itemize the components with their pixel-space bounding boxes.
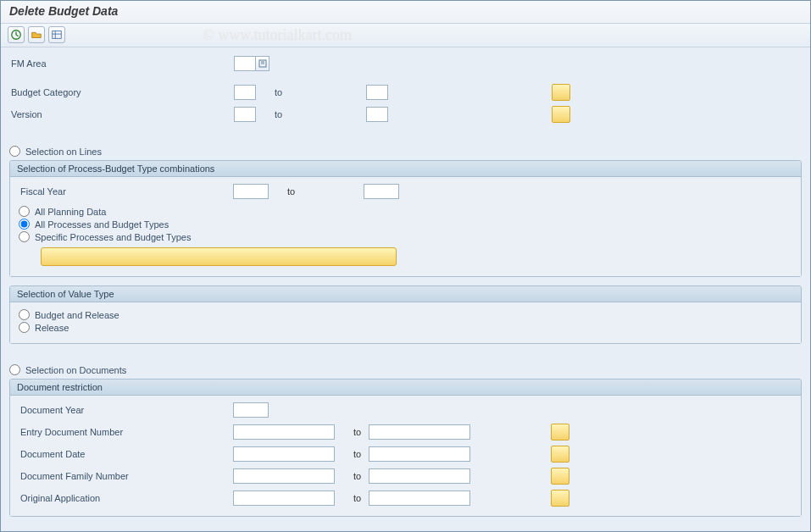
entry-docnum-multiselect-button[interactable] xyxy=(551,424,569,441)
specific-processes-label: Specific Processes and Budget Types xyxy=(35,232,191,242)
to-label: to xyxy=(335,427,369,437)
svg-rect-1 xyxy=(53,31,62,39)
get-variant-button[interactable] xyxy=(28,26,45,43)
all-planning-data-radio-input[interactable] xyxy=(19,206,30,217)
original-application-multiselect-button[interactable] xyxy=(551,490,569,507)
budget-category-to-input[interactable] xyxy=(366,85,388,100)
original-application-label: Original Application xyxy=(19,493,233,503)
save-variant-button[interactable] xyxy=(48,26,65,43)
entry-docnum-to-input[interactable] xyxy=(369,424,470,440)
release-label: Release xyxy=(35,323,69,333)
process-budget-type-group: Selection of Process-Budget Type combina… xyxy=(9,160,802,277)
budget-category-label: Budget Category xyxy=(9,87,234,97)
page-title: Delete Budget Data xyxy=(1,1,810,24)
entry-docnum-label: Entry Document Number xyxy=(19,427,233,437)
selection-on-documents-radio-input[interactable] xyxy=(9,364,20,375)
release-radio-input[interactable] xyxy=(19,322,30,333)
all-processes-label: All Processes and Budget Types xyxy=(35,219,169,230)
version-to-input[interactable] xyxy=(366,107,388,122)
original-application-from-input[interactable] xyxy=(233,490,335,506)
to-label: to xyxy=(256,109,366,119)
table-icon xyxy=(51,29,63,41)
fm-area-f4-button[interactable] xyxy=(256,56,269,71)
specific-processes-button[interactable] xyxy=(41,247,397,266)
fm-area-input[interactable] xyxy=(234,56,256,71)
document-family-from-input[interactable] xyxy=(233,468,335,484)
document-date-to-input[interactable] xyxy=(369,446,470,462)
budget-and-release-radio[interactable]: Budget and Release xyxy=(19,309,792,320)
to-label: to xyxy=(335,449,369,459)
to-label: to xyxy=(256,87,366,97)
folder-open-icon xyxy=(31,29,42,41)
document-year-input[interactable] xyxy=(233,402,269,418)
selection-on-lines-radio-input[interactable] xyxy=(9,146,20,157)
selection-on-documents-radio[interactable]: Selection on Documents xyxy=(9,364,802,375)
selection-on-documents-label: Selection on Documents xyxy=(25,365,126,375)
selection-on-lines-label: Selection on Lines xyxy=(25,147,102,157)
fiscal-year-label: Fiscal Year xyxy=(19,186,233,197)
content-area: FM Area Budget Category to Version to Se… xyxy=(1,47,810,532)
document-year-label: Document Year xyxy=(19,405,233,415)
process-budget-type-group-title: Selection of Process-Budget Type combina… xyxy=(10,161,801,177)
budget-and-release-radio-input[interactable] xyxy=(19,309,30,320)
document-family-multiselect-button[interactable] xyxy=(551,468,569,485)
document-family-to-input[interactable] xyxy=(369,468,470,484)
fiscal-year-from-input[interactable] xyxy=(233,184,269,199)
all-planning-data-radio[interactable]: All Planning Data xyxy=(19,206,792,217)
release-radio[interactable]: Release xyxy=(19,322,792,333)
all-processes-radio-input[interactable] xyxy=(19,219,30,230)
fiscal-year-to-input[interactable] xyxy=(364,184,399,199)
specific-processes-radio[interactable]: Specific Processes and Budget Types xyxy=(19,231,792,242)
original-application-to-input[interactable] xyxy=(369,490,470,506)
clock-execute-icon xyxy=(10,29,22,41)
value-type-group-title: Selection of Value Type xyxy=(10,286,801,302)
specific-processes-radio-input[interactable] xyxy=(19,231,30,242)
f4-help-icon xyxy=(258,59,267,68)
selection-on-lines-radio[interactable]: Selection on Lines xyxy=(9,146,802,157)
document-date-from-input[interactable] xyxy=(233,446,335,462)
version-multiselect-button[interactable] xyxy=(552,106,570,123)
to-label: to xyxy=(335,493,369,503)
document-family-label: Document Family Number xyxy=(19,471,233,481)
toolbar xyxy=(1,24,810,47)
budget-category-multiselect-button[interactable] xyxy=(552,84,570,101)
document-date-label: Document Date xyxy=(19,449,233,459)
to-label: to xyxy=(269,186,364,197)
budget-category-from-input[interactable] xyxy=(234,85,256,100)
all-planning-data-label: All Planning Data xyxy=(35,207,106,217)
value-type-group: Selection of Value Type Budget and Relea… xyxy=(9,285,802,344)
fm-area-label: FM Area xyxy=(9,58,234,69)
document-restriction-group: Document restriction Document Year Entry… xyxy=(9,379,802,517)
all-processes-radio[interactable]: All Processes and Budget Types xyxy=(19,219,792,230)
document-restriction-group-title: Document restriction xyxy=(10,380,801,396)
document-date-multiselect-button[interactable] xyxy=(551,446,569,463)
version-from-input[interactable] xyxy=(234,107,256,122)
budget-and-release-label: Budget and Release xyxy=(35,310,119,320)
to-label: to xyxy=(335,471,369,481)
version-label: Version xyxy=(9,109,234,119)
execute-button[interactable] xyxy=(8,26,25,43)
entry-docnum-from-input[interactable] xyxy=(233,424,335,440)
